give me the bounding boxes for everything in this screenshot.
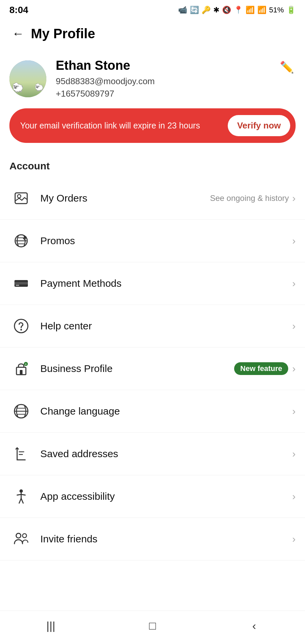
nav-back-icon: ‹ [252,619,256,632]
my-orders-sublabel: See ongoing & history [210,194,289,203]
chevron-right-icon: › [292,193,296,204]
edit-profile-button[interactable]: ✏️ [278,58,296,76]
account-section: Account My Orders See ongoing & history … [0,155,305,560]
menu-item-promos[interactable]: Promos › [0,220,305,262]
accessibility-icon [9,485,33,508]
change-language-label: Change language [40,406,292,417]
svg-rect-14 [20,370,23,375]
new-feature-badge: New feature [234,362,288,375]
promos-label: Promos [40,235,292,247]
orders-icon [9,186,33,210]
bottom-navigation: ||| □ ‹ [0,610,305,644]
profile-email: 95d88383@moodjoy.com [56,76,296,87]
bluetooth-icon: ✱ [213,6,219,14]
language-icon [9,399,33,423]
menu-item-invite-friends[interactable]: Invite friends › [0,518,305,560]
svg-rect-10 [16,285,19,286]
verification-text: Your email verification link will expire… [20,120,224,131]
chevron-right-icon: › [292,278,296,289]
sheep-icon-2: 🐑 [35,83,44,92]
profile-info: Ethan Stone 95d88383@moodjoy.com +165750… [56,58,296,99]
signal-icon: 📶 [257,6,266,14]
menu-item-saved-addresses[interactable]: Saved addresses › [0,433,305,475]
svg-point-7 [24,236,27,239]
payment-icon [9,272,33,295]
my-orders-label: My Orders [40,193,210,204]
battery-label: 51% [269,6,284,14]
svg-point-1 [17,195,21,198]
promos-icon [9,229,33,253]
status-icons: 📹 🔄 🔑 ✱ 🔇 📍 📶 📶 51% 🔋 [178,6,296,14]
addresses-icon [9,442,33,466]
nav-home-button[interactable]: □ [139,616,166,636]
page-title: My Profile [31,26,95,41]
chevron-right-icon: › [292,320,296,332]
status-bar: 8:04 📹 🔄 🔑 ✱ 🔇 📍 📶 📶 51% 🔋 [0,0,305,19]
location-icon: 📍 [234,6,243,14]
page-header: ← My Profile [0,19,305,50]
menu-item-my-orders[interactable]: My Orders See ongoing & history › [0,177,305,220]
profile-name: Ethan Stone [56,58,296,73]
business-profile-label: Business Profile [40,363,234,374]
menu-item-app-accessibility[interactable]: App accessibility › [0,475,305,518]
back-button[interactable]: ← [9,25,27,42]
avatar: 🐑 🐑 [9,60,46,97]
chevron-right-icon: › [292,491,296,502]
invite-friends-label: Invite friends [40,533,292,545]
edit-icon: ✏️ [280,60,294,74]
chevron-right-icon: › [292,448,296,460]
help-icon [9,314,33,338]
svg-text:+: + [25,363,27,366]
menu-item-payment-methods[interactable]: Payment Methods › [0,262,305,305]
sheep-icon-1: 🐑 [12,82,24,93]
help-center-label: Help center [40,320,292,332]
chevron-right-icon: › [292,406,296,417]
chevron-right-icon: › [292,363,296,374]
camera-icon: 📹 [178,6,187,14]
chevron-right-icon: › [292,235,296,247]
profile-section: 🐑 🐑 Ethan Stone 95d88383@moodjoy.com +16… [0,50,305,108]
wifi-icon: 📶 [246,6,255,14]
payment-methods-label: Payment Methods [40,278,292,289]
invite-icon [9,527,33,551]
menu-item-business-profile[interactable]: + Business Profile New feature › [0,347,305,390]
key-icon: 🔑 [202,6,211,14]
nav-recents-button[interactable]: ||| [37,616,64,636]
verification-banner: Your email verification link will expire… [9,108,296,143]
svg-point-26 [23,534,27,538]
profile-phone: +16575089797 [56,89,296,99]
sync-icon: 🔄 [190,6,199,14]
menu-item-help-center[interactable]: Help center › [0,305,305,347]
recents-icon: ||| [46,619,55,632]
app-accessibility-label: App accessibility [40,491,292,502]
nav-back-button[interactable]: ‹ [241,616,268,636]
mute-icon: 🔇 [222,6,231,14]
svg-point-12 [20,329,22,331]
battery-icon: 🔋 [287,6,296,14]
back-arrow-icon: ← [12,26,24,41]
svg-rect-9 [14,282,28,284]
chevron-right-icon: › [292,533,296,545]
verify-now-button[interactable]: Verify now [228,115,290,136]
menu-item-change-language[interactable]: Change language › [0,390,305,433]
account-section-label: Account [0,155,305,177]
business-icon: + [9,357,33,380]
home-icon: □ [149,619,156,632]
saved-addresses-label: Saved addresses [40,448,292,460]
status-time: 8:04 [9,5,28,15]
svg-point-25 [16,533,21,538]
